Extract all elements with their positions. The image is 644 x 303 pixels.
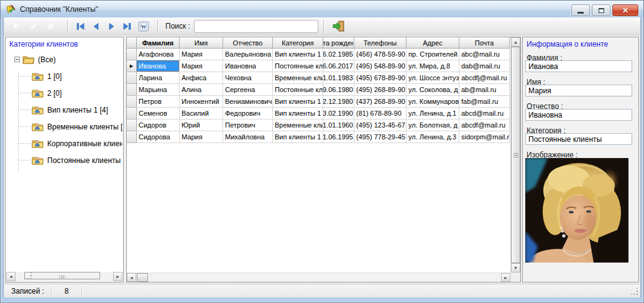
grid-cell-address[interactable]: ул. Соколова, д	[407, 84, 459, 96]
grid-column-header[interactable]: Адрес	[407, 37, 459, 49]
previous-record-button[interactable]	[91, 22, 101, 31]
name-field[interactable]	[525, 85, 632, 96]
grid-cell-email[interactable]: abcdfj@mail.ru	[459, 72, 510, 84]
grid-cell-address[interactable]: ул. Коммунаров	[407, 96, 459, 108]
grid-cell-name[interactable]: Юрий	[180, 119, 223, 131]
grid-cell-email[interactable]: dab@mail.ru	[459, 60, 510, 72]
grid-cell-category[interactable]: Временные клиенты	[273, 72, 323, 84]
grid-cell-email[interactable]: abc@mail.ru	[459, 49, 510, 60]
scrollbar-track[interactable]	[136, 273, 501, 282]
table-row[interactable]: МарьинаАлинаСергеенаПостоянные клиенты09…	[127, 84, 510, 96]
word-report-button[interactable]: W	[138, 21, 149, 32]
grid-cell-name[interactable]: Мария	[180, 60, 223, 72]
scroll-up-button[interactable]: ▲	[511, 37, 520, 47]
grid-column-header[interactable]: Дата рождения	[323, 37, 354, 49]
scroll-right-button[interactable]: ►	[113, 272, 122, 281]
grid-vertical-scrollbar[interactable]: ▲ ▼	[510, 37, 520, 273]
maximize-button[interactable]	[592, 4, 610, 16]
patronymic-field[interactable]	[525, 109, 632, 121]
grid-cell-category[interactable]: Временные клиенты	[273, 119, 323, 131]
grid-cell-address[interactable]: ул. Болотная, д	[407, 119, 459, 131]
table-row[interactable]: СеменовВасилийФедоровичВип клиенты 113.0…	[127, 108, 510, 119]
grid-column-header[interactable]: Фамилия	[137, 37, 180, 49]
scroll-left-button[interactable]: ◄	[6, 272, 16, 281]
grid-cell-address[interactable]: ул. Шоссе энтуз	[407, 72, 459, 84]
row-indicator[interactable]: ►	[127, 60, 137, 72]
scrollbar-track[interactable]	[16, 272, 113, 281]
grid-cell-category[interactable]: Вип клиенты 1	[273, 96, 323, 108]
row-indicator[interactable]	[127, 49, 137, 60]
grid-cell-birthdate[interactable]: 01.01.1960	[323, 119, 354, 131]
grid-cell-category[interactable]: Вип клиенты 1	[273, 131, 323, 143]
grid-cell-address[interactable]: ул. Ленина, д.1	[407, 108, 459, 119]
grid-cell-patronymic[interactable]: Сергеена	[223, 84, 273, 96]
table-row[interactable]: ПетровИннокентийВениаминовичВип клиенты …	[127, 96, 510, 108]
grid-cell-surname[interactable]: Агафонова	[137, 49, 180, 60]
tree-horizontal-scrollbar[interactable]: ◄ ►	[6, 272, 122, 281]
grid-cell-patronymic[interactable]: Валерьяновна	[223, 49, 273, 60]
grid-cell-address[interactable]: ул. Ленина, д.3	[407, 131, 459, 143]
table-row[interactable]: СидоровЮрийПетровичВременные клиенты01.0…	[127, 119, 510, 131]
grid-cell-email[interactable]: sidorpm@mail.ru	[459, 131, 510, 143]
grid-cell-surname[interactable]: Семенов	[137, 108, 180, 119]
grid-column-header[interactable]: Почта	[459, 37, 510, 49]
grid-cell-phones[interactable]: (81) 678-89-90	[354, 108, 407, 119]
grid-cell-name[interactable]: Алина	[180, 84, 223, 96]
grid-cell-birthdate[interactable]: 06.06.2017	[323, 60, 354, 72]
add-record-button[interactable]	[10, 21, 21, 32]
scrollbar-thumb[interactable]	[137, 273, 148, 282]
grid-cell-phones[interactable]: (456) 478-59-90	[354, 49, 407, 60]
row-indicator[interactable]	[127, 84, 137, 96]
table-row[interactable]: СидороваМарияМихайловнаВип клиенты 101.0…	[127, 131, 510, 143]
search-input[interactable]	[194, 20, 318, 33]
grid-cell-phones[interactable]: (495) 123-45-67,	[354, 119, 407, 131]
grid-cell-phones[interactable]: (495) 778-29-45	[354, 131, 407, 143]
grid-cell-category[interactable]: Постоянные клиенты	[273, 84, 323, 96]
grid-cell-name[interactable]: Иннокентий	[180, 96, 223, 108]
last-record-button[interactable]	[122, 22, 132, 31]
grid-cell-surname[interactable]: Сидорова	[137, 131, 180, 143]
grid-cell-patronymic[interactable]: Ивановна	[223, 60, 273, 72]
resize-grip-icon[interactable]	[631, 288, 638, 296]
scrollbar-thumb[interactable]	[24, 272, 100, 279]
grid-cell-patronymic[interactable]: Михайловна	[223, 131, 273, 143]
grid-cell-phones[interactable]: (495) 548-89-90	[354, 60, 407, 72]
grid-cell-category[interactable]: Постоянные клиенты	[273, 60, 323, 72]
next-record-button[interactable]	[107, 22, 116, 31]
tree-item-category[interactable]: Временные клиенты [2	[6, 118, 122, 135]
grid-cell-category[interactable]: Вип клиенты 1	[273, 49, 323, 60]
grid-column-header[interactable]: Отчество	[223, 37, 273, 49]
grid-cell-name[interactable]: Анфиса	[180, 72, 223, 84]
tree-item-category[interactable]: Корпоративные клиент	[6, 135, 122, 152]
exit-button[interactable]	[333, 21, 345, 32]
table-row[interactable]: ЛаринаАнфисаЧеховнаВременные клиенты01.0…	[127, 72, 510, 84]
grid-cell-email[interactable]: fab@mail.ru	[459, 96, 510, 108]
row-indicator[interactable]	[127, 131, 137, 143]
row-indicator[interactable]	[127, 72, 137, 84]
row-indicator[interactable]	[127, 119, 137, 131]
scroll-left-button[interactable]: ◄	[127, 273, 136, 282]
row-indicator[interactable]	[127, 108, 137, 119]
titlebar[interactable]: Справочник "Клиенты" ✕	[1, 1, 643, 17]
confirm-button[interactable]	[27, 21, 39, 32]
grid-cell-email[interactable]: abcdf@mail.ru	[459, 119, 510, 131]
delete-record-button[interactable]	[45, 21, 56, 32]
scroll-down-button[interactable]: ▼	[511, 263, 520, 273]
grid-cell-birthdate[interactable]: 12.12.1980	[323, 96, 354, 108]
scroll-right-button[interactable]: ►	[501, 273, 510, 282]
grid-cell-patronymic[interactable]: Петрович	[223, 119, 273, 131]
grid-cell-phones[interactable]: (495) 678-89-90	[354, 72, 407, 84]
grid-cell-patronymic[interactable]: Федорович	[223, 108, 273, 119]
category-field[interactable]	[525, 133, 632, 145]
grid-cell-birthdate[interactable]: 09.06.1980	[323, 84, 354, 96]
grid-cell-phones[interactable]: (437) 268-89-90	[354, 96, 407, 108]
surname-field[interactable]	[525, 60, 632, 72]
grid-cell-address[interactable]: пр. Строителей	[407, 49, 459, 60]
grid-cell-address[interactable]: ул. Мира, д.8	[407, 60, 459, 72]
grid-cell-birthdate[interactable]: 01.06.1995	[323, 131, 354, 143]
table-row[interactable]: АгафоноваМарияВалерьяновнаВип клиенты 11…	[127, 49, 510, 60]
grid-cell-name[interactable]: Мария	[180, 131, 223, 143]
row-indicator[interactable]	[127, 96, 137, 108]
grid-cell-category[interactable]: Вип клиенты 1	[273, 108, 323, 119]
grid-cell-birthdate[interactable]: 01.01.1983	[323, 72, 354, 84]
